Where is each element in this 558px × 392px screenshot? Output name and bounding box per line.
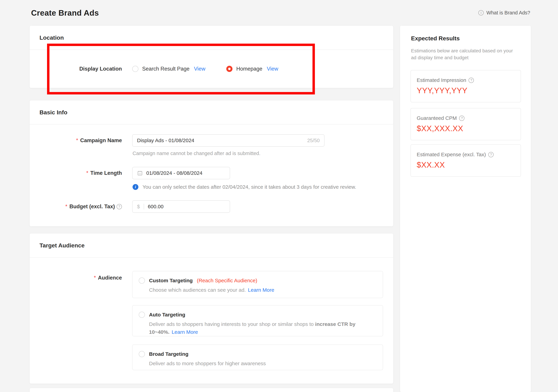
radio-icon-auto-targeting[interactable] — [139, 312, 145, 318]
location-section-title: Location — [30, 26, 393, 50]
required-marker: * — [86, 170, 88, 176]
guaranteed-cpm-value: $XX,XXX.XX — [417, 124, 515, 133]
estimated-impression-value: YYY,YYY,YYY — [417, 86, 515, 95]
input-divider — [144, 204, 144, 209]
budget-help-icon[interactable]: ? — [117, 204, 122, 209]
campaign-name-row: * Campaign Name Display Ads - 01/08/2024… — [30, 134, 393, 147]
custom-targeting-description: Choose which audiences can see your ad. … — [149, 286, 376, 294]
radio-icon-search-result-page[interactable] — [132, 66, 138, 72]
expected-results-title: Expected Results — [411, 35, 460, 42]
time-length-value: 01/08/2024 - 08/08/2024 — [146, 170, 225, 176]
broad-targeting-description: Deliver ads to more shoppers for higher … — [149, 359, 376, 367]
basic-info-section: Basic Info * Campaign Name Display Ads -… — [30, 100, 393, 226]
currency-symbol: $ — [137, 204, 140, 209]
guaranteed-cpm-card: Guaranteed CPM ? $XX,XXX.XX — [410, 108, 521, 140]
auto-targeting-title: Auto Targeting — [149, 312, 185, 318]
custom-targeting-title: Custom Targeting — [149, 278, 193, 283]
target-audience-section-title: Target Audience — [30, 234, 393, 258]
radio-icon-broad-targeting[interactable] — [139, 351, 145, 357]
what-is-brand-ads-link[interactable]: i What is Brand Ads? — [478, 10, 530, 16]
campaign-name-input[interactable]: Display Ads - 01/08/2024 25/50 — [132, 134, 324, 147]
required-marker: * — [65, 203, 67, 210]
budget-input[interactable]: $ 600.00 — [132, 200, 230, 213]
display-location-label: Display Location — [30, 66, 122, 72]
auto-targeting-description: Deliver ads to shoppers having interests… — [149, 320, 376, 336]
time-length-label-text: Time Length — [90, 170, 122, 176]
estimated-impression-help-icon[interactable]: ? — [469, 78, 474, 83]
budget-label-text: Budget (excl. Tax) — [69, 203, 115, 210]
radio-option-homepage[interactable]: Homepage — [226, 66, 262, 72]
info-icon: i — [478, 10, 484, 16]
time-length-note: i You can only select the dates after 02… — [132, 184, 356, 190]
auto-targeting-learn-more-link[interactable]: Learn More — [172, 329, 198, 335]
info-filled-icon: i — [132, 184, 138, 190]
campaign-name-value: Display Ads - 01/08/2024 — [137, 138, 307, 143]
estimated-expense-label-text: Estimated Expense (excl. Tax) — [417, 152, 486, 157]
required-marker: * — [76, 137, 78, 144]
guaranteed-cpm-label: Guaranteed CPM ? — [417, 115, 515, 121]
estimated-expense-card: Estimated Expense (excl. Tax) ? $XX.XX — [410, 144, 521, 177]
audience-option-broad-targeting[interactable]: Broad Targeting Deliver ads to more shop… — [132, 344, 383, 370]
guaranteed-cpm-help-icon[interactable]: ? — [459, 115, 464, 121]
broad-targeting-title: Broad Targeting — [149, 351, 188, 357]
location-section: Location Display Location Search Result … — [30, 26, 393, 88]
estimated-expense-label: Estimated Expense (excl. Tax) ? — [417, 152, 515, 157]
campaign-name-counter: 25/50 — [307, 138, 320, 143]
audience-label-text: Audience — [98, 275, 122, 281]
campaign-name-label-text: Campaign Name — [80, 137, 122, 144]
estimated-expense-value: $XX.XX — [417, 160, 515, 169]
calendar-icon — [137, 170, 143, 176]
budget-label: * Budget (excl. Tax) ? — [30, 203, 122, 210]
audience-option-custom-targeting[interactable]: Custom Targeting (Reach Specific Audienc… — [132, 271, 383, 298]
radio-option-search-result-page[interactable]: Search Result Page — [132, 66, 190, 72]
time-length-date-picker[interactable]: 01/08/2024 - 08/08/2024 — [132, 167, 230, 179]
display-location-options: Search Result Page View Homepage View — [132, 66, 278, 72]
radio-label-homepage: Homepage — [236, 66, 262, 72]
basic-info-section-title: Basic Info — [30, 100, 393, 124]
radio-icon-custom-targeting[interactable] — [139, 278, 145, 284]
estimated-impression-label: Estimated Impression ? — [417, 77, 515, 83]
custom-targeting-learn-more-link[interactable]: Learn More — [248, 287, 274, 293]
view-link-homepage[interactable]: View — [267, 66, 278, 72]
page-title: Create Brand Ads — [31, 8, 99, 17]
estimated-impression-card: Estimated Impression ? YYY,YYY,YYY — [410, 70, 521, 102]
time-length-label: * Time Length — [30, 170, 122, 176]
budget-value: 600.00 — [148, 204, 225, 209]
time-length-note-text: You can only select the dates after 02/0… — [142, 184, 356, 190]
target-audience-section: Target Audience * Audience Custom Target… — [30, 234, 393, 383]
guaranteed-cpm-label-text: Guaranteed CPM — [417, 115, 457, 121]
radio-label-search-result-page: Search Result Page — [142, 66, 190, 72]
campaign-name-helper: Campaign name cannot be changed after ad… — [132, 151, 261, 156]
view-link-search-result-page[interactable]: View — [194, 66, 206, 72]
help-label: What is Brand Ads? — [486, 10, 530, 16]
custom-targeting-description-text: Choose which audiences can see your ad. — [149, 287, 247, 293]
estimated-impression-label-text: Estimated Impression — [417, 77, 466, 83]
custom-targeting-highlight: (Reach Specific Audience) — [197, 278, 257, 283]
campaign-name-label: * Campaign Name — [30, 137, 122, 144]
create-brand-ads-page: Create Brand Ads i What is Brand Ads? Lo… — [0, 0, 558, 392]
audience-label: * Audience — [30, 275, 122, 281]
radio-icon-homepage-selected[interactable] — [226, 66, 233, 72]
budget-row: * Budget (excl. Tax) ? $ 600.00 — [30, 200, 393, 213]
time-length-row: * Time Length 01/08/2024 - 08/08/202 — [30, 167, 393, 179]
expected-results-subtitle: Estimations below are calculated based o… — [411, 47, 516, 61]
display-location-row: Display Location Search Result Page View… — [30, 50, 393, 88]
expected-results-panel: Expected Results Estimations below are c… — [400, 26, 531, 392]
auto-targeting-description-text: Deliver ads to shoppers having interests… — [149, 321, 315, 327]
required-marker: * — [94, 275, 96, 281]
audience-option-auto-targeting[interactable]: Auto Targeting Deliver ads to shoppers h… — [132, 305, 383, 336]
next-section-card — [30, 388, 393, 392]
estimated-expense-help-icon[interactable]: ? — [488, 152, 494, 157]
